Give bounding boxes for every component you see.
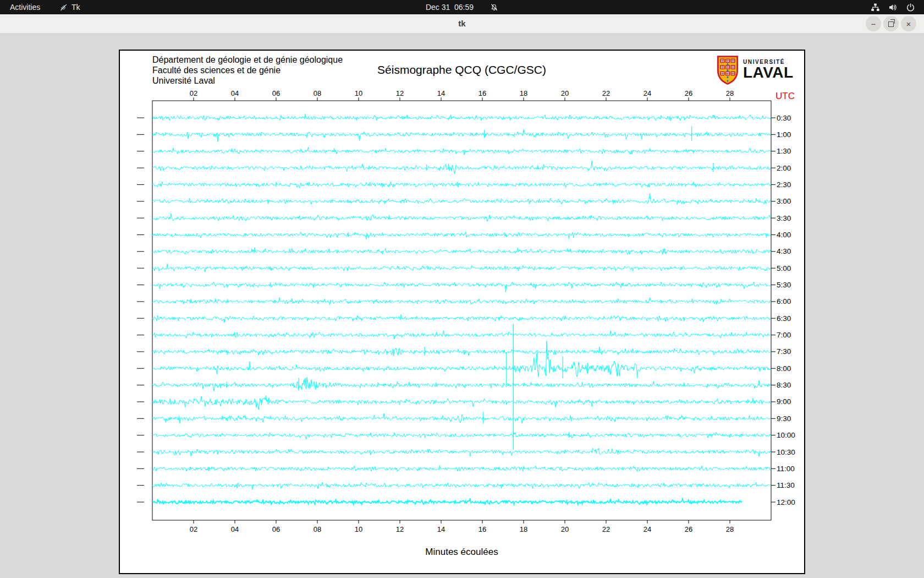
svg-text:10: 10	[355, 525, 362, 533]
svg-text:20: 20	[561, 89, 569, 97]
trace-row-9:00	[152, 396, 771, 410]
clock-label: Dec 31 06:59	[426, 3, 474, 12]
trace-row-5:00	[152, 264, 771, 272]
row-label: 7:30	[777, 347, 791, 356]
seismograph-panel: Département de géologie et de génie géol…	[119, 50, 805, 574]
trace-row-11:00	[152, 466, 771, 472]
trace-row-7:30	[152, 347, 771, 356]
trace-rows: 0:301:001:302:002:303:003:304:004:305:00…	[137, 114, 795, 506]
trace-row-5:30	[152, 282, 771, 292]
trace-row-1:30	[152, 148, 771, 155]
system-status-area[interactable]	[871, 0, 915, 14]
svg-text:10: 10	[355, 89, 362, 97]
svg-text:14: 14	[437, 89, 445, 97]
restore-button[interactable]	[883, 16, 899, 31]
trace-row-10:00	[152, 433, 771, 439]
svg-text:14: 14	[437, 525, 445, 533]
network-icon	[871, 3, 880, 12]
svg-text:12: 12	[396, 525, 404, 533]
svg-text:06: 06	[272, 89, 280, 97]
row-label: 1:00	[777, 130, 791, 139]
restore-icon	[888, 21, 894, 27]
svg-text:04: 04	[231, 525, 239, 533]
svg-text:18: 18	[520, 89, 527, 97]
svg-text:24: 24	[644, 525, 651, 533]
gnome-top-bar: Activities Tk Dec 31 06:59	[0, 0, 924, 14]
trace-row-3:30	[152, 214, 771, 222]
svg-text:22: 22	[602, 525, 610, 533]
row-label: 12:00	[777, 498, 795, 506]
x-axis-label: Minutes écoulées	[425, 547, 498, 557]
volume-icon	[888, 3, 898, 12]
row-label: 2:30	[777, 181, 791, 189]
app-indicator[interactable]: Tk	[59, 0, 80, 14]
svg-text:28: 28	[726, 525, 734, 533]
activities-button[interactable]: Activities	[10, 0, 40, 14]
notifications-disabled-icon	[490, 3, 498, 12]
svg-text:24: 24	[644, 89, 651, 97]
trace-row-11:30	[152, 482, 771, 489]
svg-text:06: 06	[272, 525, 280, 533]
row-label: 6:30	[777, 314, 791, 323]
trace-row-8:30	[152, 378, 771, 391]
row-label: 2:00	[777, 164, 791, 172]
close-button[interactable]: ×	[901, 16, 916, 31]
row-label: 4:00	[777, 231, 791, 239]
row-label: 8:30	[777, 381, 791, 389]
row-label: 10:00	[777, 431, 795, 439]
row-label: 5:00	[777, 264, 791, 272]
tk-window-body: Département de géologie et de génie géol…	[0, 33, 924, 578]
row-label: 3:00	[777, 197, 791, 205]
trace-row-4:00	[152, 232, 771, 239]
minimize-icon: −	[871, 19, 876, 29]
row-label: 4:30	[777, 247, 791, 255]
tk-feather-icon	[59, 3, 68, 12]
row-label: 1:30	[777, 147, 791, 155]
row-label: 0:30	[777, 114, 791, 122]
svg-text:02: 02	[190, 525, 197, 533]
minimize-button[interactable]: −	[866, 16, 881, 31]
row-label: 8:00	[777, 364, 791, 373]
trace-row-10:30	[152, 448, 771, 456]
trace-row-8:00	[152, 341, 771, 378]
svg-text:16: 16	[479, 89, 486, 97]
trace-row-2:30	[152, 182, 771, 188]
svg-text:28: 28	[726, 89, 734, 97]
trace-row-3:00	[152, 193, 771, 205]
clock-area[interactable]: Dec 31 06:59	[426, 0, 498, 14]
trace-row-9:30	[152, 413, 771, 423]
row-label: 7:00	[777, 331, 791, 339]
row-label: 3:30	[777, 214, 791, 222]
svg-text:02: 02	[190, 89, 197, 97]
row-label: 6:00	[777, 297, 791, 306]
trace-row-7:00	[152, 331, 771, 339]
x-axis: 0202040406060808101012121414161618182020…	[190, 89, 734, 533]
row-label: 11:00	[777, 465, 795, 473]
trace-row-0:30	[152, 114, 771, 121]
trace-row-6:30	[152, 314, 771, 323]
row-label: 9:30	[777, 415, 791, 423]
svg-text:18: 18	[520, 525, 527, 533]
trace-row-6:00	[152, 298, 771, 305]
svg-text:08: 08	[314, 525, 321, 533]
svg-text:16: 16	[479, 525, 486, 533]
svg-text:22: 22	[602, 89, 610, 97]
seismogram-canvas: 0202040406060808101012121414161618182020…	[120, 51, 804, 573]
row-label: 10:30	[777, 448, 795, 456]
window-title-bar[interactable]: tk − ×	[0, 14, 924, 34]
window-title: tk	[0, 14, 924, 33]
trace-row-12:00	[152, 498, 742, 504]
trace-row-1:00	[152, 129, 771, 141]
row-label: 9:00	[777, 397, 791, 406]
svg-text:20: 20	[561, 525, 569, 533]
svg-text:26: 26	[685, 89, 692, 97]
plot-frame	[152, 101, 771, 520]
utc-label: UTC	[776, 91, 795, 101]
power-icon	[906, 3, 915, 12]
trace-row-2:00	[152, 161, 771, 173]
row-label: 5:30	[777, 281, 791, 289]
svg-text:12: 12	[396, 89, 404, 97]
row-label: 11:30	[777, 481, 795, 489]
close-icon: ×	[906, 19, 911, 29]
svg-text:08: 08	[314, 89, 321, 97]
